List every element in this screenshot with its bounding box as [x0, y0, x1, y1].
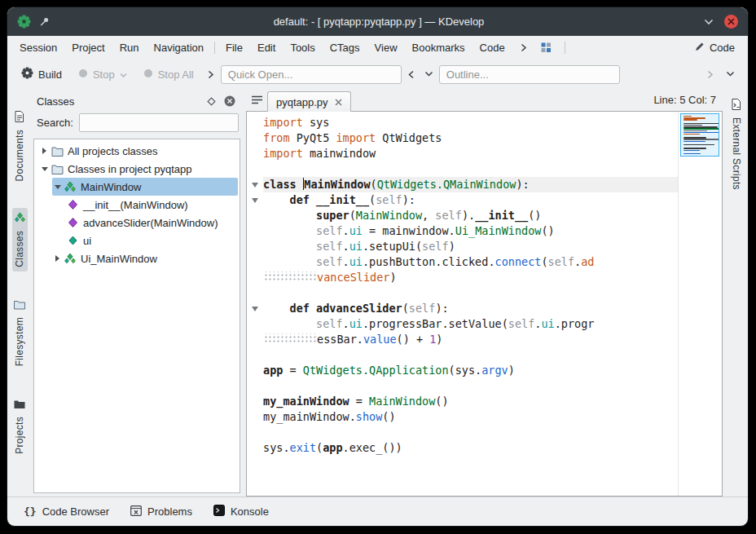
menu-item-code[interactable]: Code: [472, 36, 512, 60]
code-line[interactable]: import mainwindow: [247, 146, 678, 161]
classes-search-input[interactable]: [79, 113, 239, 132]
build-button[interactable]: Build: [14, 64, 69, 85]
tree-expander-icon[interactable]: [39, 146, 50, 156]
close-panel-icon[interactable]: [222, 94, 237, 109]
stop-button[interactable]: Stop: [71, 65, 134, 84]
float-dock-icon[interactable]: [204, 94, 219, 109]
code-line[interactable]: from PyQt5 import QtWidgets: [247, 130, 678, 146]
menu-item-file[interactable]: File: [218, 36, 250, 60]
tree-item[interactable]: advanceSlider(MainWindow): [65, 214, 238, 232]
editor-tab-pyqtapp[interactable]: pyqtapp.py: [267, 91, 351, 112]
sidebar-tab-filesystem[interactable]: Filesystem: [12, 294, 27, 370]
nav-forward-chevron-right-icon[interactable]: [702, 65, 719, 83]
menu-item-run[interactable]: Run: [112, 36, 147, 60]
code-line[interactable]: [247, 425, 678, 440]
code-token: self: [316, 255, 343, 268]
sidebar-tab-documents[interactable]: Documents: [12, 107, 27, 185]
projects-icon: [14, 398, 25, 413]
nav-chevron-down-icon[interactable]: [421, 65, 437, 83]
tab-close-icon[interactable]: [335, 96, 342, 108]
sidebar-tab-external-scripts[interactable]: External Scripts: [729, 95, 744, 193]
build-label: Build: [38, 68, 62, 81]
classes-panel-header: Classes: [33, 91, 240, 111]
menu-item-session[interactable]: Session: [12, 36, 64, 60]
code-line[interactable]: [247, 347, 678, 363]
minimap[interactable]: [678, 112, 722, 496]
sidebar-tab-label: Classes: [14, 231, 25, 267]
toolbar-chevron-down-icon[interactable]: [722, 65, 738, 83]
fold-arrow-icon[interactable]: [252, 183, 258, 188]
code-line[interactable]: [247, 378, 678, 394]
fold-arrow-icon[interactable]: [252, 198, 258, 203]
pencil-icon: [694, 42, 705, 55]
window-layout-grid-icon[interactable]: [538, 39, 555, 57]
code-line[interactable]: def advanceSlider(self):: [247, 301, 678, 316]
fold-marker[interactable]: [247, 192, 263, 208]
nav-back-chevron-left-icon[interactable]: [403, 65, 420, 83]
code-token: MainWindow: [356, 209, 422, 222]
tree-item[interactable]: ui: [65, 232, 238, 249]
code-line[interactable]: [247, 285, 678, 301]
code-line[interactable]: vanceSlider): [247, 270, 678, 285]
menubar-extension: [516, 39, 569, 57]
code-line[interactable]: self.ui.setupUi(self): [247, 239, 678, 254]
konsole-button[interactable]: Konsole: [207, 501, 275, 522]
class-tree[interactable]: All projects classesClasses in project p…: [33, 139, 240, 493]
menu-item-tools[interactable]: Tools: [283, 36, 322, 60]
code-token: QtWidgets: [376, 131, 442, 144]
tree-item[interactable]: Ui_MainWindow: [52, 249, 238, 267]
fold-arrow-icon[interactable]: [252, 307, 258, 311]
close-button[interactable]: [724, 15, 738, 29]
menu-item-bookmarks[interactable]: Bookmarks: [405, 36, 472, 60]
code-area[interactable]: import sysfrom PyQt5 import QtWidgetsimp…: [247, 112, 678, 496]
fold-marker[interactable]: [247, 177, 263, 192]
code-line[interactable]: import sys: [247, 115, 678, 130]
sidebar-tab-classes[interactable]: Classes: [12, 208, 28, 271]
document-list-icon[interactable]: [246, 90, 267, 110]
menu-item-edit[interactable]: Edit: [250, 36, 283, 60]
problems-button[interactable]: Problems: [124, 502, 199, 522]
minimap-viewport[interactable]: [680, 113, 719, 157]
code-line[interactable]: def __init__(self):: [247, 192, 678, 208]
sidebar-tab-projects[interactable]: Projects: [12, 394, 27, 458]
code-line[interactable]: self.ui.progressBar.setValue(self.ui.pro…: [247, 316, 678, 332]
minimap-line: [683, 148, 706, 148]
menu-item-navigation[interactable]: Navigation: [147, 36, 211, 60]
code-line[interactable]: app = QtWidgets.QApplication(sys.argv): [247, 363, 678, 378]
code-line-text: class MainWindow(QtWidgets.QMainWindow):: [263, 177, 678, 192]
code-browser-button[interactable]: {} Code Browser: [17, 502, 116, 521]
outline-input[interactable]: [439, 65, 620, 84]
code-menu-button[interactable]: Code: [686, 42, 743, 55]
tree-item[interactable]: MainWindow: [52, 178, 238, 196]
code-token: app: [263, 364, 283, 377]
code-line[interactable]: essBar.value() + 1): [247, 332, 678, 347]
code-line[interactable]: sys.exit(app.exec_()): [247, 440, 678, 456]
gutter-cell: [247, 223, 263, 239]
code-line[interactable]: my_mainWindow = MainWindow(): [247, 394, 678, 409]
code-token: ui: [541, 317, 554, 330]
code-line[interactable]: self.ui = mainwindow.Ui_MainWindow(): [247, 223, 678, 239]
menubar-overflow-chevron-icon[interactable]: [516, 39, 532, 57]
toolbar-overflow-chevron-icon[interactable]: [203, 65, 219, 83]
fold-marker[interactable]: [247, 301, 263, 316]
code-token: (: [371, 178, 377, 191]
tree-expander-icon[interactable]: [52, 254, 63, 263]
tree-item[interactable]: All projects classes: [39, 142, 238, 160]
konsole-icon: [213, 505, 225, 519]
code-line[interactable]: my_mainWindow.show(): [247, 409, 678, 425]
code-line[interactable]: self.ui.pushButton.clicked.connect(self.…: [247, 254, 678, 270]
tree-expander-icon[interactable]: [52, 182, 63, 192]
quick-open-input[interactable]: [221, 65, 402, 84]
tree-expander-icon[interactable]: [39, 164, 50, 174]
code-line[interactable]: [247, 161, 678, 177]
code-line[interactable]: super(MainWindow, self).__init__(): [247, 208, 678, 223]
pin-icon[interactable]: [39, 16, 50, 27]
menu-item-view[interactable]: View: [367, 36, 405, 60]
menu-item-ctags[interactable]: CTags: [323, 36, 367, 60]
menu-item-project[interactable]: Project: [64, 36, 112, 60]
tree-item[interactable]: Classes in project pyqtapp: [39, 160, 238, 178]
titlebar-chevron-down-icon[interactable]: [700, 13, 718, 31]
tree-item[interactable]: __init__(MainWindow): [65, 196, 238, 214]
code-line[interactable]: class MainWindow(QtWidgets.QMainWindow):: [247, 177, 678, 192]
stop-all-button[interactable]: Stop All: [136, 65, 201, 84]
